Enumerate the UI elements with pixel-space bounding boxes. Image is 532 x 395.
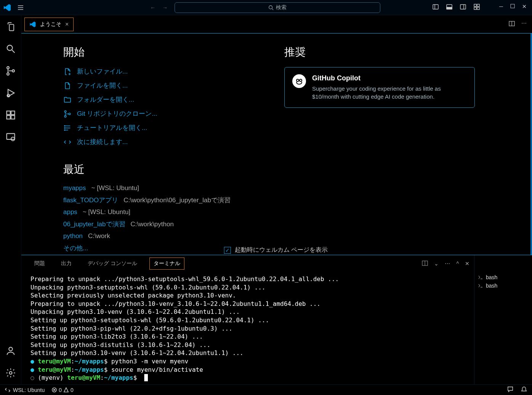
settings-gear-icon[interactable] (5, 367, 17, 379)
split-terminal-icon[interactable] (422, 260, 428, 267)
title-bar: ← → 検索 ─ ✕ (0, 0, 532, 15)
checkbox-icon[interactable]: ✓ (224, 247, 231, 254)
svg-rect-14 (477, 7, 479, 10)
svg-point-43 (296, 79, 299, 82)
start-open-tutorial[interactable]: チュートリアルを開く... (63, 123, 277, 132)
terminal-dropdown-icon[interactable]: ⌄ (434, 261, 439, 267)
svg-point-18 (7, 67, 9, 69)
svg-point-20 (12, 70, 14, 72)
customize-layout-icon[interactable] (473, 3, 480, 11)
panel-tabs: 問題 出力 デバッグ コンソール ターミナル ⌄ ⋯ ^ ✕ (30, 255, 470, 272)
bottom-panel: 問題 出力 デバッグ コンソール ターミナル ⌄ ⋯ ^ ✕ Preparing… (21, 255, 532, 384)
terminal-instance[interactable]: bash (478, 274, 529, 280)
extensions-icon[interactable] (5, 109, 17, 121)
copilot-card[interactable]: GitHub Copilot Supercharge your coding e… (284, 67, 475, 108)
svg-point-16 (7, 45, 12, 51)
svg-rect-12 (477, 4, 479, 6)
search-icon[interactable] (5, 43, 17, 55)
svg-rect-8 (447, 7, 452, 9)
layout-sidebar-right-icon[interactable] (460, 3, 466, 11)
panel-tab-output[interactable]: 出力 (57, 258, 75, 269)
more-actions-icon[interactable]: ⋯ (521, 20, 527, 28)
editor-tab-bar: ようこそ × ⋯ (21, 15, 532, 34)
copilot-desc: Supercharge your coding experience for a… (312, 85, 467, 101)
search-placeholder: 検索 (276, 4, 287, 11)
copilot-title: GitHub Copilot (312, 74, 467, 82)
svg-rect-9 (460, 5, 466, 9)
panel-tab-problems[interactable]: 問題 (30, 258, 49, 269)
status-bar: WSL: Ubuntu 0 0 (0, 384, 532, 395)
svg-rect-15 (511, 4, 514, 8)
status-problems[interactable]: 0 0 (51, 387, 74, 393)
more-icon[interactable]: ⋯ (445, 261, 450, 267)
svg-rect-23 (11, 111, 14, 115)
svg-point-42 (64, 130, 65, 130)
minimize-icon[interactable]: ─ (499, 3, 503, 11)
command-center-search[interactable]: 検索 (175, 2, 380, 13)
close-icon[interactable]: ✕ (522, 3, 527, 11)
remote-explorer-icon[interactable] (5, 131, 17, 143)
recent-item[interactable]: apps~ [WSL: Ubuntu] (63, 208, 277, 216)
welcome-editor: 開始 新しいファイル... ファイルを開く... フォルダーを開く... Git… (21, 34, 532, 255)
svg-rect-25 (11, 115, 14, 119)
svg-line-17 (12, 50, 14, 53)
accounts-icon[interactable] (5, 345, 17, 357)
nav-forward-icon[interactable]: → (162, 5, 168, 11)
tab-close-icon[interactable]: × (65, 21, 69, 28)
recent-item[interactable]: flask_TODOアプリC:\work\python\06_jupyter_l… (63, 196, 277, 205)
svg-point-41 (64, 128, 65, 128)
svg-point-3 (269, 5, 272, 9)
start-open-file[interactable]: ファイルを開く... (63, 81, 277, 90)
svg-rect-26 (6, 134, 14, 139)
maximize-panel-icon[interactable]: ^ (456, 261, 459, 267)
recent-item[interactable]: pythonC:\work (63, 232, 277, 240)
source-control-icon[interactable] (5, 65, 17, 77)
start-clone-git[interactable]: Git リポジトリのクローン... (63, 109, 277, 118)
svg-point-27 (11, 137, 14, 141)
start-open-folder[interactable]: フォルダーを開く... (63, 95, 277, 104)
vscode-logo-icon (2, 3, 13, 12)
panel-tab-debug-console[interactable]: デバッグ コンソール (84, 258, 141, 269)
explorer-icon[interactable] (5, 21, 17, 33)
show-on-startup-checkbox[interactable]: ✓ 起動時にウェルカム ページを表示 (224, 246, 328, 254)
recommended-heading: 推奨 (284, 45, 475, 59)
start-heading: 開始 (63, 45, 277, 59)
split-editor-icon[interactable] (508, 20, 515, 28)
maximize-icon[interactable] (510, 3, 515, 11)
close-panel-icon[interactable]: ✕ (465, 261, 470, 267)
svg-rect-24 (6, 115, 10, 119)
terminal-content[interactable]: Preparing to unpack .../python3-setuptoo… (30, 272, 470, 384)
layout-sidebar-left-icon[interactable] (432, 3, 439, 11)
svg-point-36 (69, 113, 71, 115)
recent-item[interactable]: 06_jupyter_labで演習C:\work\python (63, 220, 277, 229)
terminal-instance[interactable]: bash (478, 283, 529, 289)
feedback-icon[interactable] (507, 386, 514, 394)
svg-point-28 (9, 347, 12, 351)
nav-back-icon[interactable]: ← (150, 5, 155, 11)
notifications-icon[interactable] (521, 386, 527, 394)
start-connect-remote[interactable]: 次に接続します... (63, 138, 277, 146)
recent-heading: 最近 (63, 162, 277, 177)
svg-point-29 (9, 372, 12, 374)
run-debug-icon[interactable] (5, 87, 17, 99)
svg-rect-5 (433, 5, 438, 9)
svg-point-40 (64, 125, 65, 126)
remote-indicator[interactable]: WSL: Ubuntu (5, 387, 45, 393)
svg-point-19 (7, 73, 9, 75)
svg-rect-11 (474, 4, 476, 6)
svg-line-4 (272, 8, 274, 10)
svg-rect-13 (474, 7, 476, 10)
svg-rect-22 (6, 111, 10, 115)
tab-welcome[interactable]: ようこそ × (24, 18, 74, 31)
start-new-file[interactable]: 新しいファイル... (63, 67, 277, 76)
menu-icon[interactable] (13, 4, 28, 11)
layout-panel-icon[interactable] (446, 3, 453, 11)
terminal-list: bash bash (474, 255, 532, 384)
tab-label: ようこそ (40, 21, 61, 28)
recent-item[interactable]: myapps~ [WSL: Ubuntu] (63, 184, 277, 192)
copilot-icon (292, 74, 306, 88)
svg-point-34 (64, 110, 66, 112)
svg-point-44 (300, 79, 302, 82)
svg-point-35 (64, 115, 66, 117)
panel-tab-terminal[interactable]: ターミナル (149, 257, 184, 270)
